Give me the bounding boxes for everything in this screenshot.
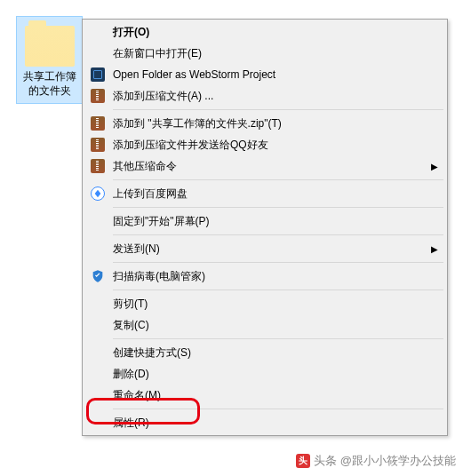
menu-item-label: Open Folder as WebStorm Project — [108, 68, 438, 81]
archive-icon — [91, 116, 105, 131]
desktop-folder[interactable]: 共享工作簿的文件夹 — [16, 16, 83, 104]
menu-item[interactable]: 添加到压缩文件并发送给QQ好友 — [84, 134, 445, 155]
folder-icon — [25, 26, 75, 67]
menu-separator — [113, 262, 443, 263]
menu-separator — [113, 409, 443, 409]
menu-item-label: 复制(C) — [108, 318, 438, 333]
menu-separator — [113, 234, 443, 235]
archive-icon — [91, 138, 105, 152]
watermark: 头 头条 @跟小小筱学办公技能 — [296, 453, 456, 469]
menu-item[interactable]: 剪切(T) — [84, 293, 445, 314]
menu-item-label: 固定到"开始"屏幕(P) — [108, 214, 438, 229]
menu-icon-slot — [88, 136, 108, 154]
folder-label: 共享工作簿的文件夹 — [19, 70, 80, 98]
menu-item[interactable]: 属性(R) — [84, 412, 445, 433]
watermark-text: 头条 @跟小小筱学办公技能 — [314, 453, 456, 469]
archive-icon — [91, 159, 105, 173]
menu-item-label: 发送到(N) — [108, 242, 427, 257]
menu-item[interactable]: 重命名(M) — [84, 385, 445, 406]
context-menu: 打开(O)在新窗口中打开(E)Open Folder as WebStorm P… — [82, 19, 448, 436]
menu-separator — [113, 338, 443, 339]
menu-item[interactable]: 打开(O) — [84, 21, 445, 43]
menu-separator — [113, 207, 443, 208]
menu-item-label: 在新窗口中打开(E) — [108, 46, 438, 61]
menu-icon-slot — [88, 66, 108, 83]
menu-item[interactable]: 添加到压缩文件(A) ... — [84, 85, 445, 107]
menu-item[interactable]: 固定到"开始"屏幕(P) — [84, 210, 445, 232]
archive-icon — [91, 89, 105, 103]
menu-item[interactable]: 复制(C) — [84, 314, 445, 336]
menu-item[interactable]: 发送到(N)▶ — [84, 238, 445, 259]
menu-separator — [113, 290, 443, 290]
submenu-arrow-icon: ▶ — [431, 244, 438, 254]
menu-separator — [113, 179, 443, 180]
menu-item-label: 扫描病毒(电脑管家) — [108, 269, 438, 284]
menu-icon-slot — [88, 295, 108, 313]
menu-icon-slot — [88, 44, 108, 62]
menu-item-label: 创建快捷方式(S) — [108, 345, 438, 361]
menu-item-label: 其他压缩命令 — [108, 159, 427, 174]
menu-item[interactable]: 在新窗口中打开(E) — [84, 43, 445, 64]
menu-icon-slot — [88, 316, 108, 334]
submenu-arrow-icon: ▶ — [431, 162, 438, 171]
menu-item[interactable]: 添加到 "共享工作簿的文件夹.zip"(T) — [84, 113, 445, 134]
menu-icon-slot — [88, 23, 108, 41]
menu-icon-slot — [88, 87, 108, 105]
menu-item-label: 添加到 "共享工作簿的文件夹.zip"(T) — [108, 116, 438, 131]
menu-icon-slot — [88, 386, 108, 404]
menu-item-label: 添加到压缩文件(A) ... — [108, 89, 438, 104]
menu-item[interactable]: 其他压缩命令▶ — [84, 155, 445, 177]
menu-item[interactable]: 扫描病毒(电脑管家) — [84, 266, 445, 287]
webstorm-icon — [91, 67, 105, 82]
menu-item-label: 上传到百度网盘 — [108, 186, 438, 202]
menu-icon-slot — [88, 365, 108, 383]
menu-item-label: 删除(D) — [108, 367, 438, 382]
menu-icon-slot — [88, 267, 108, 285]
menu-item-label: 添加到压缩文件并发送给QQ好友 — [108, 138, 438, 153]
menu-icon-slot — [88, 115, 108, 132]
menu-item-label: 属性(R) — [108, 416, 438, 431]
shield-icon — [91, 269, 105, 283]
menu-icon-slot — [88, 212, 108, 230]
menu-item-label: 剪切(T) — [108, 297, 438, 312]
menu-icon-slot — [88, 344, 108, 361]
menu-separator — [113, 109, 443, 110]
baidu-icon — [91, 186, 105, 201]
menu-icon-slot — [88, 157, 108, 175]
menu-item[interactable]: Open Folder as WebStorm Project — [84, 64, 445, 85]
menu-item-label: 打开(O) — [108, 25, 438, 40]
menu-item[interactable]: 上传到百度网盘 — [84, 183, 445, 204]
menu-item[interactable]: 创建快捷方式(S) — [84, 342, 445, 363]
menu-icon-slot — [88, 185, 108, 202]
watermark-logo: 头 — [296, 454, 310, 468]
menu-icon-slot — [88, 414, 108, 432]
menu-item-label: 重命名(M) — [108, 388, 438, 403]
menu-icon-slot — [88, 240, 108, 258]
menu-item[interactable]: 删除(D) — [84, 363, 445, 385]
